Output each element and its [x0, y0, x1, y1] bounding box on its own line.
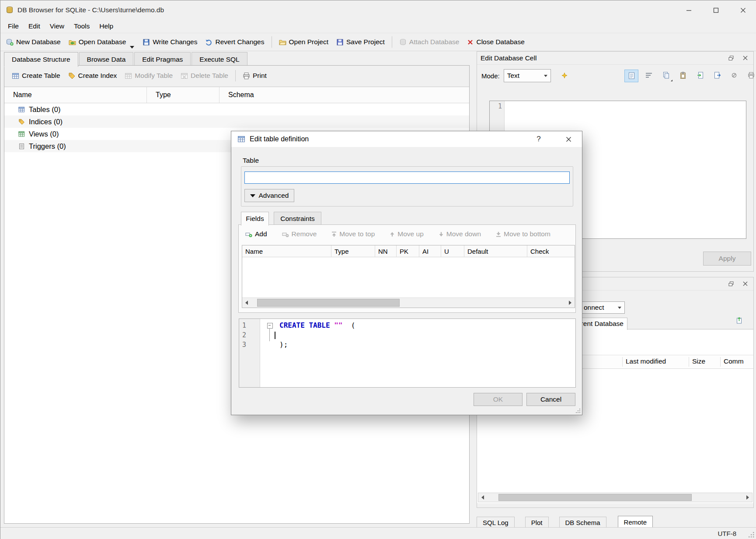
advanced-button[interactable]: Advanced — [244, 189, 294, 202]
structure-toolbar: Create Table Create Index Modify Table D… — [4, 66, 469, 86]
print-cell-button[interactable] — [745, 70, 756, 81]
import-icon — [697, 72, 704, 79]
create-index-button[interactable]: Create Index — [64, 69, 121, 82]
import-button[interactable] — [693, 70, 707, 81]
menu-file[interactable]: File — [3, 21, 24, 32]
col-pk[interactable]: PK — [397, 245, 419, 257]
scroll-left-icon[interactable] — [242, 298, 251, 308]
paste-button[interactable] — [676, 70, 690, 81]
dialog-help-button[interactable]: ? — [531, 133, 546, 145]
maximize-button[interactable] — [702, 0, 729, 20]
remote-identity-select[interactable]: onnect — [580, 301, 625, 314]
col-check[interactable]: Check — [527, 245, 575, 257]
tree-header-type[interactable]: Type — [147, 87, 219, 103]
tree-item-indices[interactable]: Indices (0) — [4, 116, 469, 128]
set-null-button[interactable] — [728, 70, 741, 81]
tab-execute-sql[interactable]: Execute SQL — [192, 52, 247, 66]
tree-header-name[interactable]: Name — [4, 87, 147, 103]
revert-changes-button[interactable]: Revert Changes — [201, 35, 268, 49]
tab-browse-data[interactable]: Browse Data — [79, 52, 134, 66]
header-size[interactable]: Size — [692, 357, 705, 365]
export-button[interactable] — [711, 70, 724, 81]
col-type[interactable]: Type — [331, 245, 375, 257]
col-default[interactable]: Default — [464, 245, 527, 257]
close-button[interactable] — [729, 0, 756, 20]
header-last-modified[interactable]: Last modified — [626, 357, 666, 365]
new-database-button[interactable]: New Database — [2, 35, 65, 49]
float-panel-icon[interactable] — [726, 54, 736, 63]
table-name-input[interactable] — [244, 172, 570, 184]
set-null-icon — [732, 73, 737, 78]
add-field-button[interactable]: Add — [244, 228, 269, 240]
col-u[interactable]: U — [441, 245, 464, 257]
fold-marker-icon[interactable] — [267, 323, 273, 329]
app-window: DB Browser for SQLite - C:\Users\turne\d… — [0, 0, 756, 539]
mode-select[interactable]: Text — [504, 69, 551, 82]
save-project-button[interactable]: Save Project — [332, 35, 389, 49]
status-bar: UTF-8 — [0, 527, 756, 539]
tab-database-structure[interactable]: Database Structure — [4, 52, 78, 67]
dock-tab-db-schema[interactable]: DB Schema — [559, 517, 606, 528]
open-project-button[interactable]: Open Project — [275, 35, 332, 49]
revert-changes-icon — [205, 38, 213, 46]
tab-fields[interactable]: Fields — [241, 212, 269, 226]
write-changes-button[interactable]: Write Changes — [139, 35, 201, 49]
column-separator — [720, 357, 721, 367]
scrollbar-thumb[interactable] — [257, 299, 400, 307]
word-wrap-button[interactable] — [642, 70, 655, 81]
dock-tab-bar: SQL Log Plot DB Schema Remote — [477, 516, 653, 528]
tree-item-tables[interactable]: Tables (0) — [4, 103, 469, 116]
create-table-button[interactable]: Create Table — [8, 69, 64, 82]
fields-hscrollbar[interactable] — [242, 298, 575, 308]
menu-view[interactable]: View — [45, 21, 69, 32]
scroll-left-icon[interactable] — [478, 493, 487, 502]
menu-tools[interactable]: Tools — [69, 21, 94, 32]
scroll-right-icon[interactable] — [743, 493, 752, 502]
copy-button[interactable] — [659, 70, 672, 81]
tree-header-schema[interactable]: Schema — [219, 87, 469, 103]
dock-tab-sql-log[interactable]: SQL Log — [477, 517, 515, 528]
menu-edit[interactable]: Edit — [24, 21, 45, 32]
save-project-label: Save Project — [346, 38, 385, 46]
print-button[interactable]: Print — [239, 69, 271, 82]
text-view-button[interactable] — [624, 70, 638, 82]
col-name[interactable]: Name — [242, 245, 331, 257]
remote-hscrollbar[interactable] — [478, 493, 753, 502]
window-title: DB Browser for SQLite - C:\Users\turne\d… — [17, 6, 164, 14]
open-database-button[interactable]: Open Database — [65, 35, 130, 49]
dialog-close-button[interactable] — [561, 133, 576, 145]
resize-grip-icon[interactable] — [748, 531, 755, 538]
create-table-label: Create Table — [22, 72, 60, 80]
scrollbar-thumb[interactable] — [498, 494, 692, 501]
cancel-button[interactable]: Cancel — [526, 393, 575, 406]
close-database-button[interactable]: Close Database — [463, 35, 528, 49]
header-commit[interactable]: Comm — [724, 357, 744, 365]
attach-database-label: Attach Database — [409, 38, 460, 46]
fields-grid-body[interactable] — [242, 257, 575, 298]
menu-help[interactable]: Help — [94, 21, 118, 32]
line-number: 2 — [242, 330, 260, 340]
scroll-right-icon[interactable] — [566, 298, 575, 308]
dock-tab-plot[interactable]: Plot — [525, 517, 549, 528]
edit-cell-title: Edit Database Cell — [481, 54, 537, 62]
close-panel-icon[interactable] — [740, 54, 750, 63]
dialog-resize-grip-icon[interactable] — [575, 408, 581, 413]
chevron-down-icon — [250, 194, 255, 197]
fields-grid-header: Name Type NN PK AI U Default Check — [242, 245, 575, 257]
encoding-indicator[interactable]: UTF-8 — [718, 530, 737, 537]
tree-item-label: Triggers (0) — [29, 142, 66, 150]
col-nn[interactable]: NN — [375, 245, 397, 257]
close-panel-icon[interactable] — [740, 280, 750, 288]
col-ai[interactable]: AI — [419, 245, 441, 257]
tab-constraints[interactable]: Constraints — [274, 212, 321, 226]
fold-guide-line — [269, 328, 270, 341]
minimize-button[interactable] — [675, 0, 702, 20]
open-database-dropdown-icon[interactable] — [130, 46, 134, 49]
tab-edit-pragmas[interactable]: Edit Pragmas — [134, 52, 191, 66]
edit-cell-header: Edit Database Cell — [477, 52, 753, 65]
float-panel-icon[interactable] — [726, 280, 736, 288]
remote-upload-button[interactable] — [732, 314, 746, 326]
tab-current-database-label: rent Database — [581, 320, 624, 328]
auto-switch-mode-button[interactable] — [558, 70, 571, 82]
dock-tab-remote[interactable]: Remote — [618, 516, 653, 528]
